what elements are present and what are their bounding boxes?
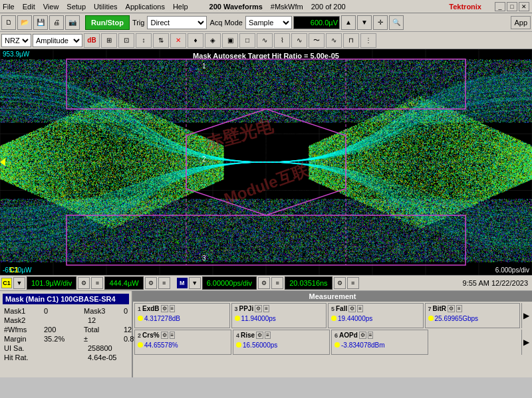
tool-6[interactable]: ♦: [188, 33, 203, 48]
hit-rat-value: 4.64e-05: [88, 353, 128, 361]
menu-applications[interactable]: Applications: [126, 3, 165, 11]
filter-icon[interactable]: dB: [84, 33, 100, 48]
tool-16[interactable]: ⋮: [360, 33, 376, 48]
menu-view[interactable]: View: [43, 3, 59, 11]
window-controls: _ □ ✕: [495, 2, 529, 11]
save-button[interactable]: 💾: [33, 15, 48, 30]
tool-3[interactable]: ↕: [136, 33, 152, 48]
cursor-button[interactable]: ✛: [373, 15, 388, 30]
mask3-label: Mask3: [84, 307, 124, 315]
meas-crs: 2 Crs% ⚙ ≡ 44.65578%: [134, 330, 231, 355]
amplitude-select[interactable]: Amplitude: [33, 34, 82, 47]
tool-9[interactable]: □: [239, 33, 255, 48]
offset-display: 444.4µW: [104, 276, 143, 290]
tool-7[interactable]: ◈: [205, 33, 221, 48]
tool-1[interactable]: ⊞: [101, 33, 117, 48]
zoom-button[interactable]: 🔍: [389, 15, 404, 30]
screenshot-button[interactable]: 📷: [65, 15, 80, 30]
menu-file[interactable]: File: [3, 3, 15, 11]
close-button[interactable]: ✕: [519, 2, 529, 11]
fall-settings[interactable]: ⚙: [348, 305, 356, 312]
fall-value: 19.44000ps: [338, 315, 372, 322]
volt-settings-button[interactable]: ⚙: [78, 277, 90, 289]
time-settings-button[interactable]: ⚙: [258, 277, 270, 289]
time-icon[interactable]: ≡: [271, 277, 283, 289]
exdb-icon[interactable]: ≡: [170, 305, 176, 312]
bitr-settings[interactable]: ⚙: [448, 305, 455, 312]
nrz-select[interactable]: NRZ: [1, 34, 31, 47]
volt-icon[interactable]: ≡: [91, 277, 103, 289]
ppji-icon[interactable]: ≡: [263, 305, 269, 312]
aopd-settings[interactable]: ⚙: [359, 332, 366, 339]
trig-label: Trig: [132, 19, 145, 27]
volt-down-button[interactable]: ▼: [357, 15, 372, 30]
fall-icon[interactable]: ≡: [357, 305, 363, 312]
pm-label: ±: [84, 335, 124, 343]
m-menu-button[interactable]: ▼: [189, 277, 201, 289]
trigger-icon[interactable]: ≡: [347, 277, 359, 289]
ch1-menu-button[interactable]: ▼: [13, 277, 25, 289]
aopd-ch-dot: [334, 342, 340, 348]
mask-row-2: Mask2 12: [3, 316, 129, 324]
mask-row-5: UI Sa. 258800: [3, 344, 129, 352]
ppji-title: PPJi: [239, 305, 254, 312]
measurement-row-1: 1 ExdB ⚙ ≡ 4.317278dB 3 PPJi ⚙ ≡: [133, 302, 532, 330]
acq-mode-select[interactable]: Sample: [245, 16, 292, 29]
bitr-title: BitR: [433, 305, 447, 312]
rise-icon[interactable]: ≡: [265, 332, 271, 339]
bottom-panel: Mask (Main C1) 100GBASE-SR4 Mask1 0 Mask…: [0, 291, 532, 377]
scope-display: Mask Autoseek Target Hit Ratio = 5.00e-0…: [0, 49, 532, 275]
tool-2[interactable]: ⊡: [118, 33, 134, 48]
offset-settings-button[interactable]: ⚙: [145, 277, 157, 289]
fall-ch-dot: [331, 316, 336, 321]
minimize-button[interactable]: _: [495, 2, 505, 11]
voltage-input[interactable]: [293, 16, 340, 29]
mask-row-6: Hit Rat. 4.64e-05: [3, 353, 129, 361]
mask-row-3: #Wfms 200 Total 12: [3, 326, 129, 334]
tool-15[interactable]: ⊓: [343, 33, 359, 48]
acq-mode-label: Acq Mode: [209, 19, 243, 27]
menu-setup[interactable]: Setup: [66, 3, 86, 11]
trigger-settings-button[interactable]: ⚙: [334, 277, 346, 289]
volt-up-button[interactable]: ▲: [341, 15, 356, 30]
tool-10[interactable]: ∿: [257, 33, 273, 48]
tool-13[interactable]: 〜: [309, 33, 325, 48]
bitr-icon[interactable]: ≡: [456, 305, 462, 312]
measurement-header: Measurement: [133, 291, 532, 302]
crs-icon[interactable]: ≡: [170, 332, 176, 339]
exdb-title: ExdB: [142, 305, 160, 312]
new-button[interactable]: 🗋: [1, 15, 16, 30]
print-button[interactable]: 🖨: [49, 15, 64, 30]
tool-4[interactable]: ⇅: [153, 33, 169, 48]
menu-utilities[interactable]: Utilities: [94, 3, 117, 11]
crs-title: Crs%: [142, 332, 160, 339]
scroll-right-button-2[interactable]: ▶: [521, 330, 531, 355]
tool-14[interactable]: ∿: [326, 33, 342, 48]
trig-select[interactable]: Direct: [147, 16, 207, 29]
run-stop-button[interactable]: Run/Stop: [85, 15, 130, 30]
ppji-value: 11.94000ps: [241, 315, 276, 322]
maximize-button[interactable]: □: [507, 2, 517, 11]
scroll-right-button[interactable]: ▶: [521, 303, 531, 328]
tool-12[interactable]: ∿: [291, 33, 307, 48]
menu-edit[interactable]: Edit: [23, 3, 35, 11]
ppji-settings[interactable]: ⚙: [255, 305, 262, 312]
ch1-indicator: C1: [1, 278, 12, 288]
offset-icon[interactable]: ≡: [158, 277, 170, 289]
rise-settings[interactable]: ⚙: [256, 332, 263, 339]
trigger-pos-display: 20.03516ns: [285, 276, 332, 290]
mask1-value: 0: [44, 307, 84, 315]
open-button[interactable]: 📂: [17, 15, 32, 30]
wfms-value: 200: [44, 326, 84, 334]
exdb-settings[interactable]: ⚙: [161, 305, 168, 312]
mask-row-4: Margin 35.2% ± 0.8%: [3, 335, 129, 343]
crs-settings[interactable]: ⚙: [161, 332, 168, 339]
tool-5[interactable]: ✕: [170, 33, 186, 48]
menu-help[interactable]: Help: [173, 3, 188, 11]
tool-11[interactable]: ⌇: [274, 33, 290, 48]
mask2-value: 12: [88, 316, 128, 324]
tool-8[interactable]: ▣: [222, 33, 238, 48]
aopd-icon[interactable]: ≡: [368, 332, 374, 339]
rise-title: Rise: [241, 332, 255, 339]
ppji-ch-dot: [235, 316, 240, 321]
